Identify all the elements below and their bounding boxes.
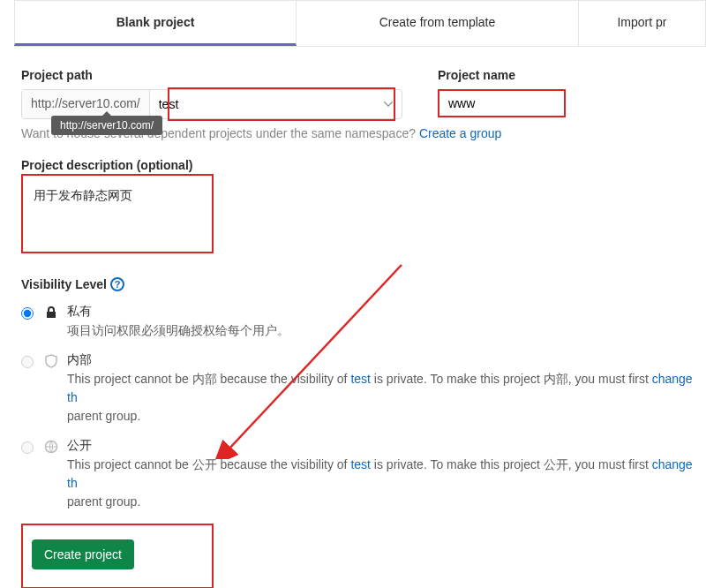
globe-icon bbox=[44, 440, 60, 456]
namespace-dropdown-caret[interactable] bbox=[375, 90, 402, 118]
link-test-group[interactable]: test bbox=[350, 457, 371, 471]
lock-icon bbox=[44, 305, 60, 322]
chevron-down-icon bbox=[384, 102, 393, 107]
create-group-link[interactable]: Create a group bbox=[419, 126, 501, 140]
tab-create-from-template[interactable]: Create from template bbox=[297, 0, 579, 46]
visibility-internal-title: 内部 bbox=[67, 352, 699, 368]
tab-import-project[interactable]: Import pr bbox=[579, 0, 706, 46]
visibility-internal-desc: This project cannot be 内部 because the vi… bbox=[67, 370, 699, 426]
create-project-button[interactable]: Create project bbox=[32, 539, 134, 569]
namespace-input[interactable] bbox=[150, 90, 375, 118]
visibility-public-desc: This project cannot be 公开 because the vi… bbox=[67, 456, 699, 511]
project-description-input[interactable]: 用于发布静态网页 bbox=[21, 174, 214, 253]
visibility-option-private[interactable]: 私有 项目访问权限必须明确授权给每个用户。 bbox=[21, 304, 699, 340]
project-description-label: Project description (optional) bbox=[21, 158, 699, 172]
visibility-option-public[interactable]: 公开 This project cannot be 公开 because the… bbox=[21, 438, 699, 511]
visibility-level-label: Visibility Level ? bbox=[21, 277, 699, 291]
visibility-option-internal[interactable]: 内部 This project cannot be 内部 because the… bbox=[21, 352, 699, 426]
project-name-label: Project name bbox=[438, 68, 699, 82]
radio-public bbox=[21, 441, 34, 454]
visibility-private-desc: 项目访问权限必须明确授权给每个用户。 bbox=[67, 321, 699, 340]
tabs: Blank project Create from template Impor… bbox=[14, 0, 706, 47]
tab-blank-project[interactable]: Blank project bbox=[14, 0, 297, 46]
project-path-group: http://server10.com/ bbox=[21, 89, 402, 119]
visibility-private-title: 私有 bbox=[67, 304, 699, 320]
help-icon[interactable]: ? bbox=[110, 277, 124, 291]
path-prefix: http://server10.com/ bbox=[22, 90, 150, 118]
path-tooltip: http://server10.com/ bbox=[51, 116, 162, 135]
radio-internal bbox=[21, 356, 34, 368]
project-name-input[interactable] bbox=[438, 89, 566, 117]
radio-private[interactable] bbox=[21, 307, 34, 320]
annotation-button-highlight: Create project bbox=[21, 524, 214, 588]
project-path-label: Project path bbox=[21, 68, 402, 82]
shield-icon bbox=[44, 354, 60, 371]
link-test-group[interactable]: test bbox=[350, 372, 371, 386]
visibility-public-title: 公开 bbox=[67, 438, 699, 454]
